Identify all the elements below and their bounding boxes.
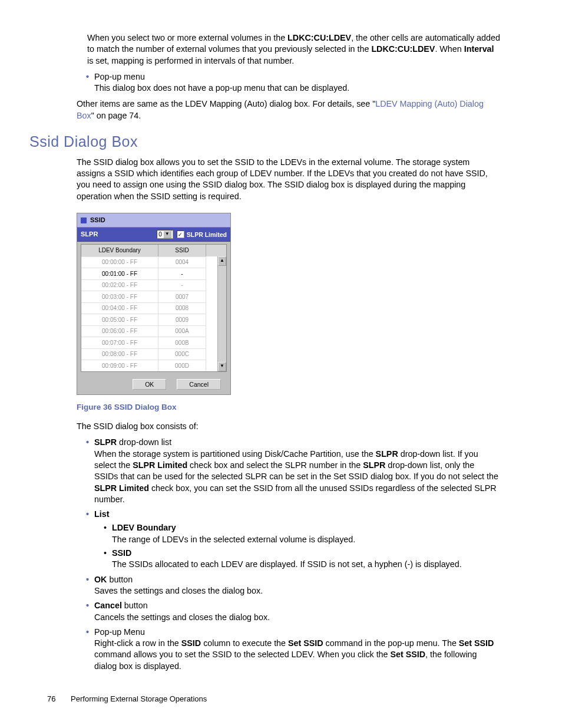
text: When the storage system is partitioned u… — [94, 449, 376, 459]
table-body: 00:00:00 - FF000400:01:00 - FF-00:02:00 … — [81, 256, 226, 371]
slpr-dropdown[interactable]: 0▼ — [157, 230, 173, 239]
table-wrap: LDEV Boundary SSID 00:00:00 - FF000400:0… — [77, 242, 230, 374]
cell-ldev: 00:05:00 - FF — [81, 314, 158, 325]
text: Other items are same as the LDEV Mapping… — [77, 99, 375, 108]
text: . When — [435, 44, 464, 54]
bullet-ok: •OK button — [86, 574, 533, 585]
scroll-up-icon[interactable]: ▲ — [218, 256, 226, 266]
col-ldev-boundary: LDEV Boundary — [81, 245, 158, 256]
table-row[interactable]: 00:03:00 - FF0007 — [81, 291, 226, 302]
text: drop-down list — [117, 437, 171, 447]
cell-ldev: 00:08:00 - FF — [81, 348, 158, 360]
bold: SSID — [181, 638, 201, 648]
consists-text: The SSID dialog box consists of: — [77, 421, 533, 432]
cell-ldev: 00:06:00 - FF — [81, 325, 158, 337]
text: button — [122, 601, 148, 610]
bold: Set SSID — [391, 650, 426, 659]
subbullet-ldev-boundary: •LDEV Boundary — [104, 522, 533, 533]
bullet-dot: • — [86, 600, 94, 611]
table-row[interactable]: 00:06:00 - FF000A — [81, 325, 226, 337]
bold: Set SSID — [459, 638, 494, 648]
cell-ssid: 0007 — [158, 291, 206, 302]
table-row[interactable]: 00:07:00 - FF000B — [81, 337, 226, 348]
bold: OK — [94, 575, 107, 584]
chevron-down-icon: ▼ — [163, 230, 171, 238]
cancel-desc: Cancels the settings and closes the dial… — [94, 612, 500, 623]
slpr-description: When the storage system is partitioned u… — [94, 449, 500, 505]
slpr-value: 0 — [158, 230, 162, 239]
slpr-bar: SLPR 0▼ ✓ SLPR Limited — [77, 228, 230, 242]
cell-ldev: 00:01:00 - FF — [81, 268, 158, 279]
text: button — [107, 575, 133, 584]
cell-ssid: 000C — [158, 348, 206, 360]
table-row[interactable]: 00:02:00 - FF- — [81, 279, 226, 291]
figure-caption: Figure 36 SSID Dialog Box — [77, 402, 533, 413]
cancel-button[interactable]: Cancel — [177, 379, 221, 390]
ssid-dialog-figure: SSID SLPR 0▼ ✓ SLPR Limited LDEV Boundar… — [77, 213, 231, 395]
cell-ssid: 0009 — [158, 314, 206, 325]
table-row[interactable]: 00:08:00 - FF000C — [81, 348, 226, 360]
table-row[interactable]: 00:01:00 - FF- — [81, 268, 226, 279]
scrollbar[interactable]: ▲ ▼ — [217, 256, 226, 371]
bold: SLPR Limited — [133, 460, 187, 470]
text: Right-click a row in the — [94, 638, 181, 648]
bullet-dot: • — [104, 548, 112, 559]
subbullet-ssid: •SSID — [104, 548, 533, 559]
prev-paragraph: When you select two or more external vol… — [87, 32, 500, 67]
ldev-boundary-desc: The range of LDEVs in the selected exter… — [112, 534, 500, 545]
other-items-para: Other items are same as the LDEV Mapping… — [77, 98, 488, 121]
ok-button[interactable]: OK — [133, 379, 166, 390]
text: command in the pop-up menu. The — [323, 638, 459, 648]
bullet-dot: • — [86, 627, 94, 638]
section-title: Ssid Dialog Box — [29, 132, 533, 152]
slpr-limited-checkbox[interactable]: ✓ — [177, 230, 184, 238]
bullet-popup-menu: •Pop-up menu — [86, 71, 533, 83]
cell-ssid: 0004 — [158, 256, 206, 268]
page-footer: 76 Performing External Storage Operation… — [47, 694, 207, 704]
cell-ldev: 00:07:00 - FF — [81, 337, 158, 348]
bullet-popup-menu-2: •Pop-up Menu — [86, 627, 533, 638]
popup-desc: Right-click a row in the SSID column to … — [94, 638, 500, 672]
cell-ssid: 000A — [158, 325, 206, 337]
bold: Set SSID — [288, 638, 323, 648]
slpr-limited-label: SLPR Limited — [187, 230, 227, 239]
bullet-dot: • — [86, 71, 94, 83]
page-number: 76 — [47, 694, 55, 703]
table-row[interactable]: 00:04:00 - FF0008 — [81, 302, 226, 314]
bold: Cancel — [94, 601, 122, 610]
ok-desc: Saves the settings and closes the dialog… — [94, 585, 500, 597]
col-scroll — [206, 245, 214, 256]
bold: LDEV Boundary — [112, 523, 176, 532]
table-row[interactable]: 00:05:00 - FF0009 — [81, 314, 226, 325]
bullet-slpr: •SLPR drop-down list — [86, 437, 533, 448]
bold: SLPR Limited — [94, 483, 149, 493]
popup-body-text: This dialog box does not have a pop-up m… — [94, 83, 500, 94]
bold-ldkc: LDKC:CU:LDEV — [287, 33, 351, 42]
bold-slpr: SLPR — [94, 437, 117, 447]
table-row[interactable]: 00:00:00 - FF0004 — [81, 256, 226, 268]
slpr-label: SLPR — [81, 230, 157, 239]
text: column to execute the — [201, 638, 288, 648]
dialog-title: SSID — [90, 216, 105, 223]
col-ssid: SSID — [158, 245, 206, 256]
ssid-desc: The SSIDs allocated to each LDEV are dis… — [112, 559, 500, 570]
text: " on page 74. — [91, 111, 141, 120]
cell-ldev: 00:02:00 - FF — [81, 279, 158, 291]
bullet-dot: • — [86, 509, 94, 520]
text: command allows you to set the SSID to th… — [94, 650, 391, 659]
scroll-down-icon[interactable]: ▼ — [218, 362, 226, 371]
bullet-dot: • — [86, 437, 94, 448]
cell-ldev: 00:09:00 - FF — [81, 360, 158, 371]
dialog-titlebar: SSID — [77, 213, 230, 228]
cell-ldev: 00:04:00 - FF — [81, 302, 158, 314]
bold-ldkc-2: LDKC:CU:LDEV — [371, 44, 435, 54]
table-row[interactable]: 00:09:00 - FF000D — [81, 360, 226, 371]
text: When you select two or more external vol… — [87, 33, 287, 42]
text: is set, mapping is performed in interval… — [87, 56, 294, 65]
bold: SLPR — [376, 449, 398, 459]
bullet-label: Pop-up menu — [94, 72, 145, 81]
cell-ssid: - — [158, 279, 206, 291]
cell-ldev: 00:03:00 - FF — [81, 291, 158, 302]
title-square-icon — [81, 218, 87, 223]
chapter-name: Performing External Storage Operations — [71, 694, 207, 703]
